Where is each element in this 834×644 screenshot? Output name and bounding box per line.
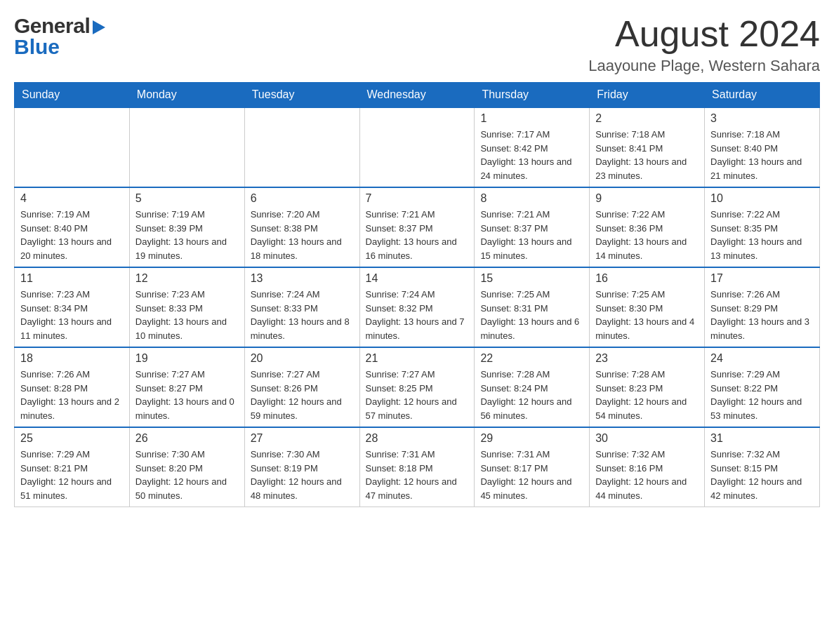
day-info: Sunrise: 7:24 AMSunset: 8:32 PMDaylight:… — [366, 288, 469, 342]
day-number: 2 — [595, 112, 699, 125]
calendar-day: 23Sunrise: 7:28 AMSunset: 8:23 PMDayligh… — [590, 347, 705, 427]
month-title: August 2024 — [588, 14, 820, 54]
day-number: 11 — [20, 272, 124, 285]
calendar-day: 2Sunrise: 7:18 AMSunset: 8:41 PMDaylight… — [590, 107, 705, 187]
day-info: Sunrise: 7:32 AMSunset: 8:16 PMDaylight:… — [595, 448, 699, 502]
calendar-day: 17Sunrise: 7:26 AMSunset: 8:29 PMDayligh… — [705, 267, 820, 347]
calendar-day: 28Sunrise: 7:31 AMSunset: 8:18 PMDayligh… — [359, 427, 475, 507]
day-info: Sunrise: 7:19 AMSunset: 8:39 PMDaylight:… — [135, 208, 239, 262]
day-number: 6 — [251, 192, 354, 205]
day-info: Sunrise: 7:28 AMSunset: 8:24 PMDaylight:… — [480, 368, 583, 422]
day-info: Sunrise: 7:30 AMSunset: 8:19 PMDaylight:… — [251, 448, 354, 502]
day-number: 23 — [595, 352, 699, 365]
calendar-day: 15Sunrise: 7:25 AMSunset: 8:31 PMDayligh… — [475, 267, 590, 347]
calendar-day: 5Sunrise: 7:19 AMSunset: 8:39 PMDaylight… — [129, 187, 244, 267]
day-number: 24 — [710, 352, 814, 365]
calendar-day: 21Sunrise: 7:27 AMSunset: 8:25 PMDayligh… — [359, 347, 475, 427]
day-info: Sunrise: 7:27 AMSunset: 8:25 PMDaylight:… — [366, 368, 469, 422]
day-number: 27 — [251, 432, 354, 445]
calendar-day: 11Sunrise: 7:23 AMSunset: 8:34 PMDayligh… — [15, 267, 130, 347]
calendar-header: SundayMondayTuesdayWednesdayThursdayFrid… — [15, 83, 820, 108]
calendar-day: 27Sunrise: 7:30 AMSunset: 8:19 PMDayligh… — [244, 427, 359, 507]
day-header-sunday: Sunday — [15, 83, 130, 108]
day-info: Sunrise: 7:21 AMSunset: 8:37 PMDaylight:… — [480, 208, 583, 262]
day-header-monday: Monday — [129, 83, 244, 108]
day-info: Sunrise: 7:22 AMSunset: 8:36 PMDaylight:… — [595, 208, 699, 262]
day-number: 30 — [595, 432, 699, 445]
calendar-week-5: 25Sunrise: 7:29 AMSunset: 8:21 PMDayligh… — [15, 427, 820, 507]
calendar-day: 13Sunrise: 7:24 AMSunset: 8:33 PMDayligh… — [244, 267, 359, 347]
location-title: Laayoune Plage, Western Sahara — [588, 57, 820, 75]
day-header-saturday: Saturday — [705, 83, 820, 108]
day-info: Sunrise: 7:20 AMSunset: 8:38 PMDaylight:… — [251, 208, 354, 262]
calendar-day — [15, 107, 130, 187]
day-number: 7 — [366, 192, 469, 205]
day-number: 1 — [480, 112, 583, 125]
day-number: 15 — [480, 272, 583, 285]
day-header-friday: Friday — [590, 83, 705, 108]
days-header-row: SundayMondayTuesdayWednesdayThursdayFrid… — [15, 83, 820, 108]
calendar-day — [244, 107, 359, 187]
day-number: 19 — [135, 352, 239, 365]
calendar-week-2: 4Sunrise: 7:19 AMSunset: 8:40 PMDaylight… — [15, 187, 820, 267]
day-number: 20 — [251, 352, 354, 365]
day-info: Sunrise: 7:25 AMSunset: 8:30 PMDaylight:… — [595, 288, 699, 342]
day-number: 4 — [20, 192, 124, 205]
day-number: 5 — [135, 192, 239, 205]
calendar-day: 25Sunrise: 7:29 AMSunset: 8:21 PMDayligh… — [15, 427, 130, 507]
day-info: Sunrise: 7:21 AMSunset: 8:37 PMDaylight:… — [366, 208, 469, 262]
day-number: 17 — [710, 272, 814, 285]
calendar-day: 14Sunrise: 7:24 AMSunset: 8:32 PMDayligh… — [359, 267, 475, 347]
logo-general-text: General — [14, 14, 90, 38]
page-header: General Blue August 2024 Laayoune Plage,… — [14, 14, 820, 75]
day-number: 21 — [366, 352, 469, 365]
calendar-day: 30Sunrise: 7:32 AMSunset: 8:16 PMDayligh… — [590, 427, 705, 507]
day-info: Sunrise: 7:27 AMSunset: 8:27 PMDaylight:… — [135, 368, 239, 422]
day-info: Sunrise: 7:32 AMSunset: 8:15 PMDaylight:… — [710, 448, 814, 502]
logo-arrow-icon — [93, 20, 105, 34]
calendar-day: 3Sunrise: 7:18 AMSunset: 8:40 PMDaylight… — [705, 107, 820, 187]
day-number: 8 — [480, 192, 583, 205]
day-info: Sunrise: 7:25 AMSunset: 8:31 PMDaylight:… — [480, 288, 583, 342]
logo: General Blue — [14, 14, 105, 59]
day-info: Sunrise: 7:18 AMSunset: 8:40 PMDaylight:… — [710, 128, 814, 182]
title-section: August 2024 Laayoune Plage, Western Saha… — [588, 14, 820, 75]
day-info: Sunrise: 7:29 AMSunset: 8:21 PMDaylight:… — [20, 448, 124, 502]
calendar-day: 7Sunrise: 7:21 AMSunset: 8:37 PMDaylight… — [359, 187, 475, 267]
day-info: Sunrise: 7:26 AMSunset: 8:29 PMDaylight:… — [710, 288, 814, 342]
calendar-day: 1Sunrise: 7:17 AMSunset: 8:42 PMDaylight… — [475, 107, 590, 187]
day-info: Sunrise: 7:23 AMSunset: 8:33 PMDaylight:… — [135, 288, 239, 342]
calendar-day: 6Sunrise: 7:20 AMSunset: 8:38 PMDaylight… — [244, 187, 359, 267]
calendar-body: 1Sunrise: 7:17 AMSunset: 8:42 PMDaylight… — [15, 107, 820, 507]
calendar-day: 4Sunrise: 7:19 AMSunset: 8:40 PMDaylight… — [15, 187, 130, 267]
day-info: Sunrise: 7:17 AMSunset: 8:42 PMDaylight:… — [480, 128, 583, 182]
day-number: 12 — [135, 272, 239, 285]
calendar-day: 26Sunrise: 7:30 AMSunset: 8:20 PMDayligh… — [129, 427, 244, 507]
day-number: 14 — [366, 272, 469, 285]
day-number: 13 — [251, 272, 354, 285]
calendar-day: 8Sunrise: 7:21 AMSunset: 8:37 PMDaylight… — [475, 187, 590, 267]
calendar-day: 22Sunrise: 7:28 AMSunset: 8:24 PMDayligh… — [475, 347, 590, 427]
calendar-day: 12Sunrise: 7:23 AMSunset: 8:33 PMDayligh… — [129, 267, 244, 347]
day-info: Sunrise: 7:24 AMSunset: 8:33 PMDaylight:… — [251, 288, 354, 342]
day-header-wednesday: Wednesday — [359, 83, 475, 108]
day-info: Sunrise: 7:22 AMSunset: 8:35 PMDaylight:… — [710, 208, 814, 262]
day-number: 22 — [480, 352, 583, 365]
calendar-table: SundayMondayTuesdayWednesdayThursdayFrid… — [14, 82, 820, 507]
day-number: 25 — [20, 432, 124, 445]
day-number: 9 — [595, 192, 699, 205]
calendar-week-3: 11Sunrise: 7:23 AMSunset: 8:34 PMDayligh… — [15, 267, 820, 347]
day-info: Sunrise: 7:31 AMSunset: 8:18 PMDaylight:… — [366, 448, 469, 502]
day-info: Sunrise: 7:31 AMSunset: 8:17 PMDaylight:… — [480, 448, 583, 502]
day-info: Sunrise: 7:19 AMSunset: 8:40 PMDaylight:… — [20, 208, 124, 262]
calendar-day: 24Sunrise: 7:29 AMSunset: 8:22 PMDayligh… — [705, 347, 820, 427]
calendar-day: 31Sunrise: 7:32 AMSunset: 8:15 PMDayligh… — [705, 427, 820, 507]
day-number: 18 — [20, 352, 124, 365]
calendar-day: 10Sunrise: 7:22 AMSunset: 8:35 PMDayligh… — [705, 187, 820, 267]
calendar-day — [129, 107, 244, 187]
calendar-day: 18Sunrise: 7:26 AMSunset: 8:28 PMDayligh… — [15, 347, 130, 427]
calendar-day — [359, 107, 475, 187]
day-header-thursday: Thursday — [475, 83, 590, 108]
day-info: Sunrise: 7:23 AMSunset: 8:34 PMDaylight:… — [20, 288, 124, 342]
calendar-week-4: 18Sunrise: 7:26 AMSunset: 8:28 PMDayligh… — [15, 347, 820, 427]
